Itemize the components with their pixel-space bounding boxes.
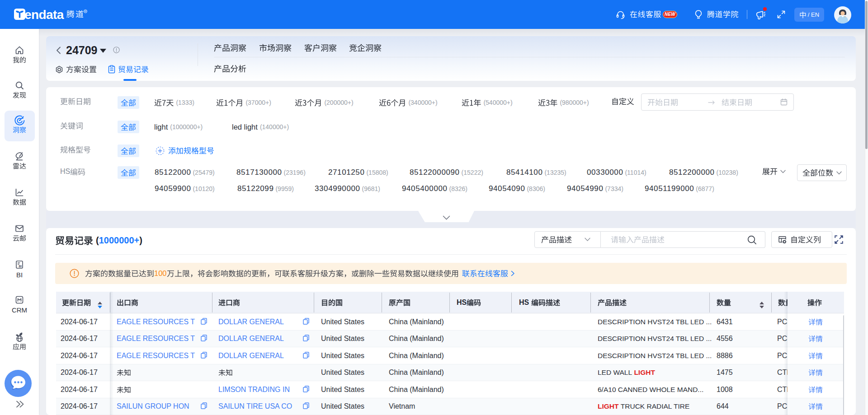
svg-text:BI: BI	[19, 265, 22, 268]
